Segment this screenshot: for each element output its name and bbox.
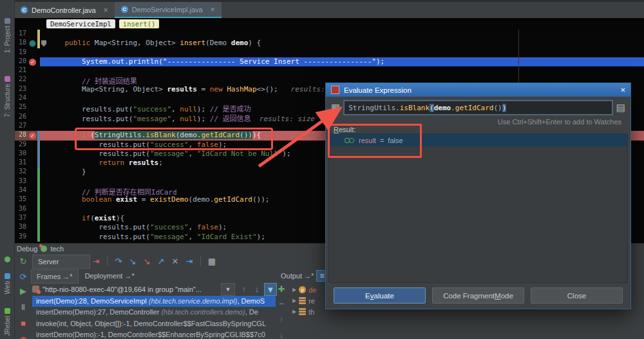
scroll-down-icon[interactable]: ↓ xyxy=(276,329,287,339)
update-application-icon[interactable]: ⟳ xyxy=(17,271,29,282)
result-row[interactable]: result = false xyxy=(329,134,627,146)
debug-header: Debug tech xyxy=(17,244,64,253)
debug-session-toolbar: ▶Ⅱ■◉ xyxy=(17,285,29,339)
force-step-into-icon[interactable]: ↘ xyxy=(141,255,153,267)
expression-input[interactable]: StringUtils.isBlank(demo.getIdCard()) xyxy=(344,101,612,115)
close-button[interactable]: Close xyxy=(531,287,623,304)
drop-frame-icon[interactable]: ✕ xyxy=(169,255,181,267)
stack-frame-row[interactable]: insert(Demo):28, DemoServiceImpl (hbi.te… xyxy=(32,296,276,307)
debug-tool-icon[interactable] xyxy=(0,257,14,262)
run-to-cursor-icon[interactable]: ⇥ xyxy=(184,255,195,267)
class-icon: C xyxy=(21,6,28,14)
resume-icon[interactable]: ▶ xyxy=(17,285,29,296)
web-icon xyxy=(5,273,10,279)
thread-dropdown[interactable]: ▼ xyxy=(221,283,235,296)
result-tree: result = false xyxy=(328,133,628,283)
tab-frames[interactable]: Frames →* xyxy=(31,269,79,284)
breadcrumb: DemoServiceImpl insert() xyxy=(14,18,644,30)
stop-icon[interactable]: ■ xyxy=(17,317,29,329)
pause-icon[interactable]: Ⅱ xyxy=(17,301,29,313)
close-icon[interactable]: × xyxy=(620,85,625,95)
stack-frame-row[interactable]: invoke(int, Object, Object[]):-1, DemoCo… xyxy=(32,318,276,329)
expression-input-row: ▦ StringUtils.isBlank(demo.getIdCard()) … xyxy=(331,101,625,115)
breakpoint-icon[interactable]: ✓ xyxy=(29,132,36,139)
class-icon: C xyxy=(121,6,128,13)
stack-frame-row[interactable]: insertDemo(Demo):-1, DemoController$$Enh… xyxy=(32,329,276,339)
sidebar-item-jrebel[interactable]: JRebel xyxy=(0,308,14,336)
debug-view-tabs: Frames →* Deployment →* xyxy=(31,269,140,282)
tool-window-label: Web xyxy=(4,281,11,294)
show-execution-point-icon[interactable]: ⇥ xyxy=(90,255,102,267)
add-watch-icon[interactable]: ✚ xyxy=(276,283,287,295)
object-icon xyxy=(299,297,306,304)
variable-label: th xyxy=(308,308,314,316)
sidebar-item-project[interactable]: 1: Project xyxy=(0,18,14,53)
ide-window: 1: Project 7: Structure Web JRebel C Dem… xyxy=(0,0,644,339)
tab-output[interactable]: Output →* ≡ xyxy=(281,269,328,282)
thread-selector[interactable]: "http-nio-8080-exec-40"@19,664 in group … xyxy=(32,283,220,295)
expand-arrow-icon[interactable]: ▶ xyxy=(292,298,296,304)
prev-frame-icon[interactable]: ↑ xyxy=(238,283,250,295)
code-fragment-mode-button[interactable]: Code Fragment Mode xyxy=(432,287,524,304)
evaluate-button[interactable]: Evaluate xyxy=(334,287,426,304)
parameter-icon: p xyxy=(299,286,306,293)
evaluate-expression-dialog: Evaluate Expression × ▦ StringUtils.isBl… xyxy=(325,82,631,309)
sidebar-item-structure[interactable]: 7: Structure xyxy=(0,76,14,117)
object-icon xyxy=(299,308,306,315)
evaluate-dialog-icon xyxy=(331,86,339,94)
tab-demoserviceimpl[interactable]: C DemoServiceImpl.java × xyxy=(115,2,222,18)
scroll-up-icon[interactable]: ↑ xyxy=(276,313,287,325)
watch-result-icon xyxy=(345,138,355,143)
dialog-title-bar[interactable]: Evaluate Expression × xyxy=(326,83,630,97)
tool-window-label: JRebel xyxy=(4,316,11,336)
collapse-icon[interactable]: − xyxy=(276,298,287,309)
thread-label: "http-nio-8080-exec-40"@19,664 in group … xyxy=(43,286,202,293)
expand-arrow-icon[interactable]: ▶ xyxy=(292,287,296,293)
code-line-17: 17 xyxy=(14,30,644,39)
rerun-icon[interactable]: ↻ xyxy=(17,255,29,267)
dialog-buttons: EvaluateCode Fragment ModeClose xyxy=(334,287,623,304)
tab-deployment[interactable]: Deployment →* xyxy=(80,269,140,282)
thread-icon xyxy=(32,286,39,293)
output-tab-label: Output →* xyxy=(281,272,314,280)
code-line-20: 20✓ System.out.println("----------------… xyxy=(14,57,644,66)
tab-label: DemoController.java xyxy=(32,6,96,14)
step-into-icon[interactable]: ↘ xyxy=(127,255,138,267)
bug-icon xyxy=(41,246,47,252)
step-over-icon[interactable]: ↷ xyxy=(113,255,124,267)
stack-frame-row[interactable]: insertDemo(Demo):27, DemoController (hbi… xyxy=(32,307,276,318)
evaluate-expression-icon[interactable]: ▦ xyxy=(206,255,218,267)
calculator-icon: ▦ xyxy=(331,102,340,113)
debug-tab-label[interactable]: Debug xyxy=(17,245,37,253)
project-icon xyxy=(5,18,10,24)
filter-icon[interactable]: ▼ xyxy=(264,283,277,296)
close-icon[interactable]: × xyxy=(104,6,108,15)
breakpoint-icon[interactable]: ✓ xyxy=(29,59,36,66)
debug-session-label: tech xyxy=(50,245,64,253)
expand-arrow-icon[interactable]: ▶ xyxy=(292,309,296,315)
gutter-marker-icon[interactable] xyxy=(29,40,36,47)
result-equals: = xyxy=(380,137,384,144)
frames-scroll-strip: −↑↓ xyxy=(276,298,287,339)
next-frame-icon[interactable]: ↓ xyxy=(251,283,263,295)
tool-window-label: 1: Project xyxy=(4,26,11,53)
tool-window-label: 7: Structure xyxy=(4,84,11,117)
mute-breakpoints-icon[interactable]: ◉ xyxy=(17,333,29,339)
tab-democontroller[interactable]: C DemoController.java × xyxy=(14,2,115,18)
sidebar-item-web[interactable]: Web xyxy=(0,273,14,294)
step-out-icon[interactable]: ↗ xyxy=(155,255,167,267)
code-line-18: 18 public Map<String, Object> insert(Dem… xyxy=(14,39,644,48)
breadcrumb-class[interactable]: DemoServiceImpl xyxy=(46,19,115,28)
jrebel-icon xyxy=(5,308,10,314)
bookmark-flag-icon xyxy=(41,40,46,46)
tab-label: DemoServiceImpl.java xyxy=(132,6,203,14)
result-label: Result: xyxy=(334,126,355,133)
debug-icon xyxy=(5,257,10,262)
tab-server[interactable]: Server xyxy=(32,255,90,269)
history-icon[interactable]: ▤ xyxy=(616,102,625,113)
breadcrumb-method[interactable]: insert() xyxy=(119,19,160,28)
editor-tab-bar: C DemoController.java × C DemoServiceImp… xyxy=(14,2,644,18)
close-icon[interactable]: × xyxy=(211,5,215,14)
left-tool-strip: 1: Project 7: Structure Web JRebel xyxy=(0,0,15,339)
frames-toolbar: ↑↓▼ xyxy=(238,283,277,296)
